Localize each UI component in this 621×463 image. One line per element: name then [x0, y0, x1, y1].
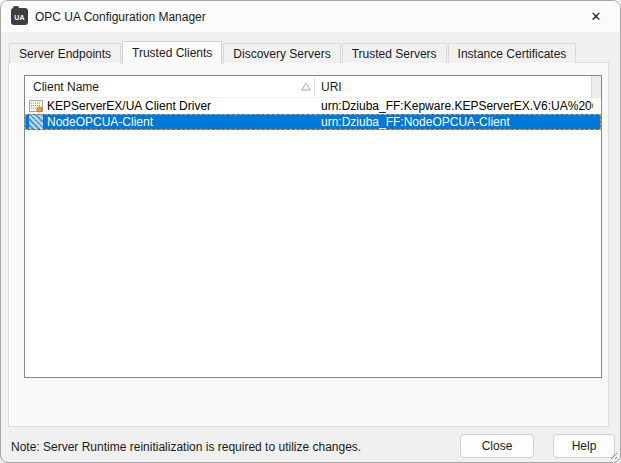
help-button[interactable]: Help — [553, 434, 615, 458]
close-window-button[interactable]: ✕ — [578, 1, 614, 31]
column-header-client-name[interactable]: Client Name — [33, 80, 99, 94]
client-uri-cell: urn:Dziuba_FF:Kepware.KEPServerEX.V6:UA%… — [321, 99, 593, 113]
table-row-kepserverex-client[interactable]: KEPServerEX/UA Client Driver urn:Dziuba_… — [25, 98, 601, 114]
table-row-nodeopcua-client-selected[interactable]: NodeOPCUA-Client urn:Dziuba_FF:NodeOPCUA… — [25, 114, 601, 130]
opc-ua-app-icon: UA — [11, 8, 28, 25]
tab-trusted-servers[interactable]: Trusted Servers — [342, 43, 447, 63]
client-uri-cell: urn:Dziuba_FF:NodeOPCUA-Client — [321, 115, 510, 129]
tab-strip: Server Endpoints Trusted Clients Discove… — [9, 40, 577, 63]
trusted-clients-tab-page: Client Name URI KEPServerEX/UA Client Dr — [8, 62, 609, 427]
runtime-note: Note: Server Runtime reinitialization is… — [11, 440, 361, 454]
certificate-icon — [29, 100, 44, 113]
tab-instance-certificates[interactable]: Instance Certificates — [448, 43, 577, 63]
certificate-hatched-icon — [29, 115, 43, 129]
trusted-clients-list[interactable]: Client Name URI KEPServerEX/UA Client Dr — [24, 75, 602, 378]
client-name-cell: NodeOPCUA-Client — [47, 115, 153, 129]
tab-discovery-servers[interactable]: Discovery Servers — [223, 43, 340, 63]
column-divider[interactable] — [314, 78, 315, 96]
column-header-uri[interactable]: URI — [321, 80, 342, 94]
resize-grip[interactable] — [608, 450, 618, 460]
window-title: OPC UA Configuration Manager — [35, 10, 206, 24]
list-header[interactable]: Client Name URI — [25, 76, 601, 98]
close-icon: ✕ — [591, 9, 602, 24]
tab-trusted-clients[interactable]: Trusted Clients — [122, 41, 222, 64]
tab-server-endpoints[interactable]: Server Endpoints — [9, 43, 121, 63]
header-filler — [591, 76, 601, 98]
opc-ua-configuration-manager-dialog: UA OPC UA Configuration Manager ✕ Server… — [0, 0, 621, 463]
title-bar[interactable]: UA OPC UA Configuration Manager ✕ — [1, 1, 620, 32]
client-name-cell: KEPServerEX/UA Client Driver — [47, 99, 211, 113]
sort-ascending-icon — [301, 82, 311, 91]
close-button[interactable]: Close — [460, 434, 534, 458]
